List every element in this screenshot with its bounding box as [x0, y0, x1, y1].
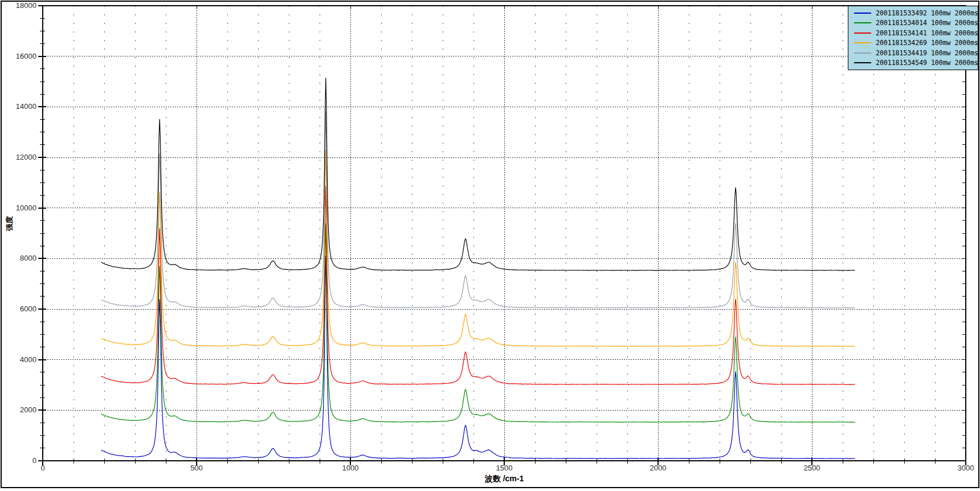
legend-color-swatch: [854, 62, 871, 63]
legend-label: 2001181534014 100mw 2000ms: [876, 19, 978, 27]
plot-area: [0, 0, 980, 491]
y-tick-label: 2000: [0, 406, 36, 414]
legend-item-0[interactable]: 2001181533492 100mw 2000ms: [851, 8, 974, 18]
y-tick-label: 8000: [0, 254, 36, 262]
y-tick-label: 14000: [0, 103, 36, 111]
spectra-chart-window: 0500100015002000250030000200040006000800…: [0, 0, 980, 491]
legend-item-5[interactable]: 2001181534549 100mw 2000ms: [851, 58, 974, 68]
x-tick-label: 500: [174, 464, 219, 472]
legend-color-swatch: [854, 13, 871, 14]
x-tick-label: 0: [20, 464, 66, 472]
legend-color-swatch: [854, 52, 871, 54]
x-tick-label: 1000: [328, 464, 373, 472]
spectrum-line-4: [101, 111, 855, 308]
spectrum-line-1: [101, 224, 855, 423]
legend-color-swatch: [854, 22, 871, 23]
legend-item-4[interactable]: 2001181534419 100mw 2000ms: [851, 48, 974, 58]
spectrum-line-2: [101, 186, 855, 385]
legend-label: 2001181534549 100mw 2000ms: [876, 59, 978, 67]
y-tick-label: 6000: [0, 305, 36, 313]
y-tick-label: 4000: [0, 356, 36, 364]
x-tick-label: 2000: [635, 464, 681, 472]
y-tick-label: 0: [0, 457, 36, 465]
x-tick-label: 2500: [789, 464, 835, 472]
spectrum-line-3: [101, 149, 855, 346]
legend-label: 2001181534141 100mw 2000ms: [876, 29, 978, 37]
spectrum-line-0: [101, 256, 855, 459]
legend-label: 2001181534269 100mw 2000ms: [876, 39, 978, 47]
y-tick-label: 18000: [0, 2, 36, 10]
x-axis-title: 波数 /cm-1: [456, 474, 553, 484]
legend-color-swatch: [854, 33, 871, 34]
legend-item-3[interactable]: 2001181534269 100mw 2000ms: [851, 38, 974, 48]
legend-color-swatch: [854, 42, 871, 43]
x-tick-label: 3000: [943, 464, 980, 472]
legend-item-1[interactable]: 2001181534014 100mw 2000ms: [851, 18, 974, 28]
legend-label: 2001181534419 100mw 2000ms: [876, 49, 978, 57]
x-tick-label: 1500: [481, 464, 527, 472]
y-tick-label: 12000: [0, 153, 36, 161]
legend: 2001181533492 100mw 2000ms2001181534014 …: [848, 6, 978, 70]
plot-frame: [43, 6, 966, 461]
legend-label: 2001181533492 100mw 2000ms: [876, 9, 978, 17]
y-axis-title: 强度: [5, 209, 15, 238]
legend-item-2[interactable]: 2001181534141 100mw 2000ms: [851, 28, 974, 38]
y-tick-label: 16000: [0, 52, 36, 60]
